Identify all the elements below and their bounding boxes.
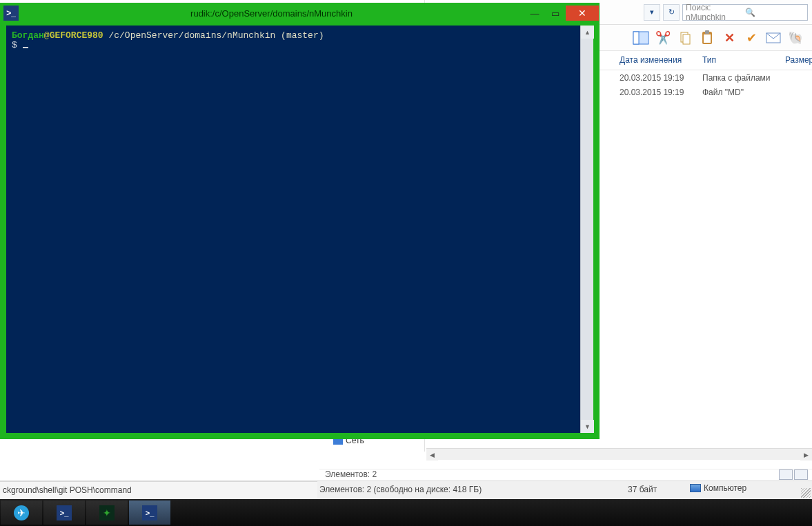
powershell-icon: >_ bbox=[3, 6, 19, 21]
taskbar-particles-app[interactable]: ✦ bbox=[86, 500, 128, 525]
taskbar-telegram[interactable]: ✈ bbox=[1, 500, 42, 525]
delete-icon[interactable]: ✕ bbox=[720, 28, 739, 48]
column-header-type[interactable]: Тип bbox=[697, 51, 780, 70]
statusbar-size: 37 байт bbox=[628, 485, 657, 494]
explorer-history-dropdown[interactable]: ▾ bbox=[644, 4, 660, 21]
explorer-statusbar: ckground\shell\git POSH\command Элементо… bbox=[0, 481, 812, 499]
cell-type: Файл "MD" bbox=[697, 86, 780, 101]
scroll-right-icon[interactable]: ▶ bbox=[800, 449, 812, 461]
taskbar: ✈ >_ ✦ >_ bbox=[0, 499, 812, 526]
column-header-date[interactable]: Дата изменения bbox=[614, 51, 697, 70]
telegram-icon: ✈ bbox=[14, 505, 29, 520]
computer-icon bbox=[690, 484, 701, 492]
prompt-path: /c/OpenServer/domains/nMunchkin bbox=[108, 30, 275, 41]
column-header-size[interactable]: Размер bbox=[780, 51, 812, 70]
statusbar-location: Компьютер bbox=[690, 483, 746, 493]
cell-date: 20.03.2015 19:19 bbox=[614, 86, 697, 101]
table-row[interactable]: 20.03.2015 19:19 Папка с файлами bbox=[614, 72, 812, 86]
search-icon: 🔍 bbox=[745, 8, 804, 17]
particles-icon: ✦ bbox=[99, 505, 115, 520]
table-row[interactable]: 20.03.2015 19:19 Файл "MD" bbox=[614, 86, 812, 101]
shell-icon[interactable]: 🐚 bbox=[786, 28, 805, 48]
statusbar-detail: Элементов: 2 (свободно на диске: 418 ГБ) bbox=[319, 485, 482, 494]
cell-type: Папка с файлами bbox=[697, 72, 780, 86]
powershell-icon: >_ bbox=[57, 505, 72, 520]
terminal-output[interactable]: Богдан@GEFORCE980 /c/OpenServer/domains/… bbox=[6, 26, 580, 433]
scroll-up-icon[interactable]: ▲ bbox=[581, 26, 594, 39]
mail-icon[interactable] bbox=[764, 28, 783, 48]
panes-icon[interactable] bbox=[631, 28, 651, 48]
prompt-symbol: $ bbox=[12, 40, 17, 50]
check-icon[interactable]: ✔ bbox=[742, 28, 761, 48]
explorer-search-input[interactable]: Поиск: nMunchkin 🔍 bbox=[682, 4, 808, 21]
explorer-items-bar: Элементов: 2 bbox=[319, 469, 812, 481]
scroll-left-icon[interactable]: ◀ bbox=[426, 449, 438, 461]
explorer-refresh-button[interactable]: ↻ bbox=[663, 4, 680, 21]
prompt-host: GEFORCE980 bbox=[50, 30, 103, 41]
taskbar-powershell-running[interactable]: >_ bbox=[129, 500, 170, 525]
svg-rect-3 bbox=[683, 34, 690, 44]
explorer-search-placeholder: Поиск: nMunchkin bbox=[686, 3, 745, 22]
view-details-button[interactable] bbox=[779, 469, 793, 480]
prompt-at: @ bbox=[44, 30, 50, 41]
cut-icon[interactable]: ✂️ bbox=[653, 28, 673, 48]
svg-rect-1 bbox=[633, 32, 639, 44]
view-icons-button[interactable] bbox=[794, 469, 808, 480]
terminal-titlebar[interactable]: >_ rudik:/c/OpenServer/domains/nMunchkin… bbox=[1, 3, 599, 23]
statusbar-location-label: Компьютер bbox=[704, 483, 746, 493]
window-controls: — ▭ ✕ bbox=[524, 6, 599, 21]
copy-icon[interactable] bbox=[675, 28, 695, 48]
svg-rect-5 bbox=[704, 34, 711, 43]
paste-icon[interactable] bbox=[697, 28, 717, 48]
powershell-icon: >_ bbox=[142, 505, 157, 520]
minimize-button[interactable]: — bbox=[524, 6, 545, 21]
cursor bbox=[23, 47, 28, 48]
items-count: Элементов: 2 bbox=[325, 469, 377, 479]
terminal-scrollbar[interactable]: ▲ ▼ bbox=[580, 26, 593, 433]
prompt-branch: (master) bbox=[281, 30, 324, 41]
prompt-user: Богдан bbox=[12, 30, 44, 41]
terminal-title: rudik:/c/OpenServer/domains/nMunchkin bbox=[19, 8, 524, 19]
close-button[interactable]: ✕ bbox=[566, 6, 599, 21]
horizontal-scrollbar[interactable]: ◀ ▶ bbox=[426, 448, 812, 460]
scroll-down-icon[interactable]: ▼ bbox=[581, 420, 594, 433]
statusbar-left-path: ckground\shell\git POSH\command bbox=[0, 481, 317, 500]
resize-grip-icon[interactable] bbox=[801, 488, 811, 498]
terminal-client-area: Богдан@GEFORCE980 /c/OpenServer/domains/… bbox=[6, 26, 593, 433]
terminal-window: >_ rudik:/c/OpenServer/domains/nMunchkin… bbox=[0, 3, 600, 439]
maximize-button[interactable]: ▭ bbox=[545, 6, 566, 21]
svg-rect-6 bbox=[705, 30, 709, 34]
cell-date: 20.03.2015 19:19 bbox=[614, 72, 697, 86]
taskbar-powershell-pinned[interactable]: >_ bbox=[43, 500, 85, 525]
